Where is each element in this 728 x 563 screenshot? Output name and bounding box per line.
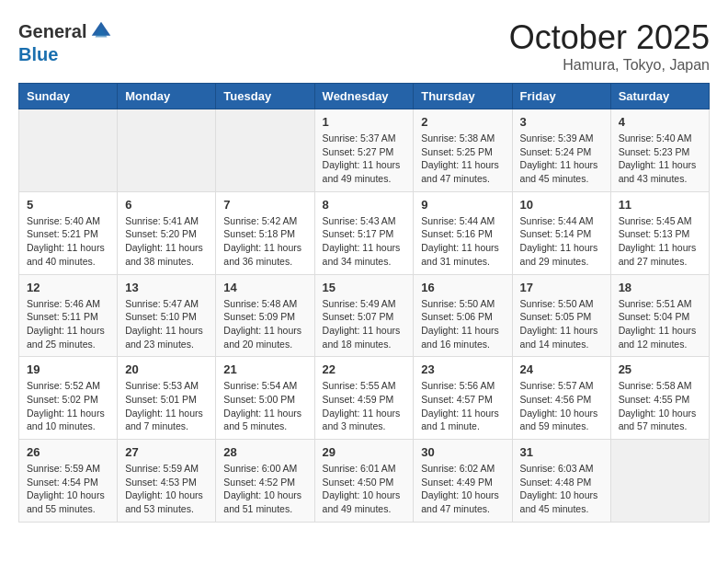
calendar-cell xyxy=(118,109,216,192)
day-number: 13 xyxy=(125,281,208,294)
calendar-cell: 4Sunrise: 5:40 AM Sunset: 5:23 PM Daylig… xyxy=(610,109,709,192)
calendar-cell: 5Sunrise: 5:40 AM Sunset: 5:21 PM Daylig… xyxy=(19,191,118,274)
calendar-cell xyxy=(19,109,118,192)
day-info: Sunrise: 5:44 AM Sunset: 5:14 PM Dayligh… xyxy=(520,214,603,269)
day-info: Sunrise: 5:48 AM Sunset: 5:09 PM Dayligh… xyxy=(223,297,306,351)
calendar-cell: 2Sunrise: 5:38 AM Sunset: 5:25 PM Daylig… xyxy=(414,109,512,192)
logo-general-text: General xyxy=(18,21,86,42)
day-info: Sunrise: 5:41 AM Sunset: 5:20 PM Dayligh… xyxy=(125,214,208,269)
day-info: Sunrise: 5:42 AM Sunset: 5:18 PM Dayligh… xyxy=(223,214,306,269)
day-info: Sunrise: 5:37 AM Sunset: 5:27 PM Dayligh… xyxy=(323,132,406,186)
day-info: Sunrise: 5:47 AM Sunset: 5:10 PM Dayligh… xyxy=(125,297,208,351)
day-number: 22 xyxy=(323,362,406,376)
calendar-cell: 28Sunrise: 6:00 AM Sunset: 4:52 PM Dayli… xyxy=(216,440,314,523)
day-number: 23 xyxy=(421,362,504,376)
calendar-cell: 22Sunrise: 5:55 AM Sunset: 4:59 PM Dayli… xyxy=(314,357,414,440)
calendar-cell: 3Sunrise: 5:39 AM Sunset: 5:24 PM Daylig… xyxy=(512,109,610,192)
day-info: Sunrise: 5:49 AM Sunset: 5:07 PM Dayligh… xyxy=(323,297,406,351)
weekday-header-monday: Monday xyxy=(118,84,216,109)
day-info: Sunrise: 5:50 AM Sunset: 5:06 PM Dayligh… xyxy=(421,297,504,351)
logo-icon xyxy=(88,18,114,44)
calendar-cell: 24Sunrise: 5:57 AM Sunset: 4:56 PM Dayli… xyxy=(512,357,610,440)
calendar-cell: 12Sunrise: 5:46 AM Sunset: 5:11 PM Dayli… xyxy=(19,274,118,357)
day-number: 29 xyxy=(323,445,406,459)
calendar-week-2: 5Sunrise: 5:40 AM Sunset: 5:21 PM Daylig… xyxy=(19,191,710,274)
calendar-cell: 18Sunrise: 5:51 AM Sunset: 5:04 PM Dayli… xyxy=(610,274,709,357)
calendar-cell: 1Sunrise: 5:37 AM Sunset: 5:27 PM Daylig… xyxy=(314,109,414,192)
day-info: Sunrise: 5:53 AM Sunset: 5:01 PM Dayligh… xyxy=(125,379,208,433)
day-info: Sunrise: 5:58 AM Sunset: 4:55 PM Dayligh… xyxy=(619,379,701,433)
day-number: 11 xyxy=(619,198,701,212)
day-number: 31 xyxy=(520,445,603,459)
calendar-cell: 20Sunrise: 5:53 AM Sunset: 5:01 PM Dayli… xyxy=(118,357,216,440)
calendar-week-5: 26Sunrise: 5:59 AM Sunset: 4:54 PM Dayli… xyxy=(19,440,710,523)
weekday-header-friday: Friday xyxy=(512,84,610,109)
calendar-cell: 27Sunrise: 5:59 AM Sunset: 4:53 PM Dayli… xyxy=(118,440,216,523)
page-header: General Blue October 2025 Hamura, Tokyo,… xyxy=(18,18,710,74)
calendar-cell xyxy=(610,440,709,523)
day-number: 28 xyxy=(223,445,306,459)
weekday-header-thursday: Thursday xyxy=(414,84,512,109)
logo-blue-text: Blue xyxy=(18,44,58,65)
day-info: Sunrise: 5:54 AM Sunset: 5:00 PM Dayligh… xyxy=(223,379,306,433)
day-number: 6 xyxy=(125,198,208,212)
weekday-header-tuesday: Tuesday xyxy=(216,84,314,109)
weekday-header-row: SundayMondayTuesdayWednesdayThursdayFrid… xyxy=(19,84,710,109)
day-info: Sunrise: 6:02 AM Sunset: 4:49 PM Dayligh… xyxy=(421,462,504,516)
day-number: 2 xyxy=(421,115,504,129)
calendar-cell: 8Sunrise: 5:43 AM Sunset: 5:17 PM Daylig… xyxy=(314,191,414,274)
weekday-header-saturday: Saturday xyxy=(610,84,709,109)
day-number: 30 xyxy=(421,445,504,459)
day-info: Sunrise: 5:44 AM Sunset: 5:16 PM Dayligh… xyxy=(421,214,504,269)
day-number: 21 xyxy=(223,362,306,376)
calendar-cell: 31Sunrise: 6:03 AM Sunset: 4:48 PM Dayli… xyxy=(512,440,610,523)
day-number: 10 xyxy=(520,198,603,212)
day-number: 15 xyxy=(323,281,406,294)
calendar-cell: 25Sunrise: 5:58 AM Sunset: 4:55 PM Dayli… xyxy=(610,357,709,440)
day-info: Sunrise: 6:00 AM Sunset: 4:52 PM Dayligh… xyxy=(223,462,306,516)
calendar-cell: 7Sunrise: 5:42 AM Sunset: 5:18 PM Daylig… xyxy=(216,191,314,274)
day-number: 4 xyxy=(619,115,701,129)
day-number: 9 xyxy=(421,198,504,212)
day-number: 16 xyxy=(421,281,504,294)
title-block: October 2025 Hamura, Tokyo, Japan xyxy=(509,18,710,74)
day-info: Sunrise: 5:52 AM Sunset: 5:02 PM Dayligh… xyxy=(27,379,109,433)
day-info: Sunrise: 5:50 AM Sunset: 5:05 PM Dayligh… xyxy=(520,297,603,351)
day-info: Sunrise: 5:46 AM Sunset: 5:11 PM Dayligh… xyxy=(27,297,109,351)
calendar-cell: 21Sunrise: 5:54 AM Sunset: 5:00 PM Dayli… xyxy=(216,357,314,440)
weekday-header-sunday: Sunday xyxy=(19,84,118,109)
day-number: 3 xyxy=(520,115,603,129)
calendar-cell: 26Sunrise: 5:59 AM Sunset: 4:54 PM Dayli… xyxy=(19,440,118,523)
day-number: 5 xyxy=(27,198,109,212)
calendar-week-3: 12Sunrise: 5:46 AM Sunset: 5:11 PM Dayli… xyxy=(19,274,710,357)
day-info: Sunrise: 5:40 AM Sunset: 5:21 PM Dayligh… xyxy=(27,214,109,269)
calendar-week-4: 19Sunrise: 5:52 AM Sunset: 5:02 PM Dayli… xyxy=(19,357,710,440)
day-number: 7 xyxy=(223,198,306,212)
day-number: 27 xyxy=(125,445,208,459)
month-title: October 2025 xyxy=(509,18,710,57)
calendar-cell: 16Sunrise: 5:50 AM Sunset: 5:06 PM Dayli… xyxy=(414,274,512,357)
calendar-cell: 6Sunrise: 5:41 AM Sunset: 5:20 PM Daylig… xyxy=(118,191,216,274)
day-info: Sunrise: 5:38 AM Sunset: 5:25 PM Dayligh… xyxy=(421,132,504,186)
day-number: 26 xyxy=(27,445,109,459)
weekday-header-wednesday: Wednesday xyxy=(314,84,414,109)
calendar-week-1: 1Sunrise: 5:37 AM Sunset: 5:27 PM Daylig… xyxy=(19,109,710,192)
calendar-cell: 11Sunrise: 5:45 AM Sunset: 5:13 PM Dayli… xyxy=(610,191,709,274)
calendar-cell: 15Sunrise: 5:49 AM Sunset: 5:07 PM Dayli… xyxy=(314,274,414,357)
day-info: Sunrise: 5:55 AM Sunset: 4:59 PM Dayligh… xyxy=(323,379,406,433)
day-number: 12 xyxy=(27,281,109,294)
day-number: 1 xyxy=(323,115,406,129)
calendar-cell: 17Sunrise: 5:50 AM Sunset: 5:05 PM Dayli… xyxy=(512,274,610,357)
day-info: Sunrise: 5:39 AM Sunset: 5:24 PM Dayligh… xyxy=(520,132,603,186)
day-info: Sunrise: 6:01 AM Sunset: 4:50 PM Dayligh… xyxy=(323,462,406,516)
day-number: 20 xyxy=(125,362,208,376)
day-info: Sunrise: 5:59 AM Sunset: 4:53 PM Dayligh… xyxy=(125,462,208,516)
calendar-cell: 10Sunrise: 5:44 AM Sunset: 5:14 PM Dayli… xyxy=(512,191,610,274)
calendar-cell: 19Sunrise: 5:52 AM Sunset: 5:02 PM Dayli… xyxy=(19,357,118,440)
day-number: 25 xyxy=(619,362,701,376)
calendar-cell: 9Sunrise: 5:44 AM Sunset: 5:16 PM Daylig… xyxy=(414,191,512,274)
location: Hamura, Tokyo, Japan xyxy=(509,57,710,74)
calendar-cell: 23Sunrise: 5:56 AM Sunset: 4:57 PM Dayli… xyxy=(414,357,512,440)
logo: General Blue xyxy=(18,18,114,65)
day-info: Sunrise: 5:57 AM Sunset: 4:56 PM Dayligh… xyxy=(520,379,603,433)
